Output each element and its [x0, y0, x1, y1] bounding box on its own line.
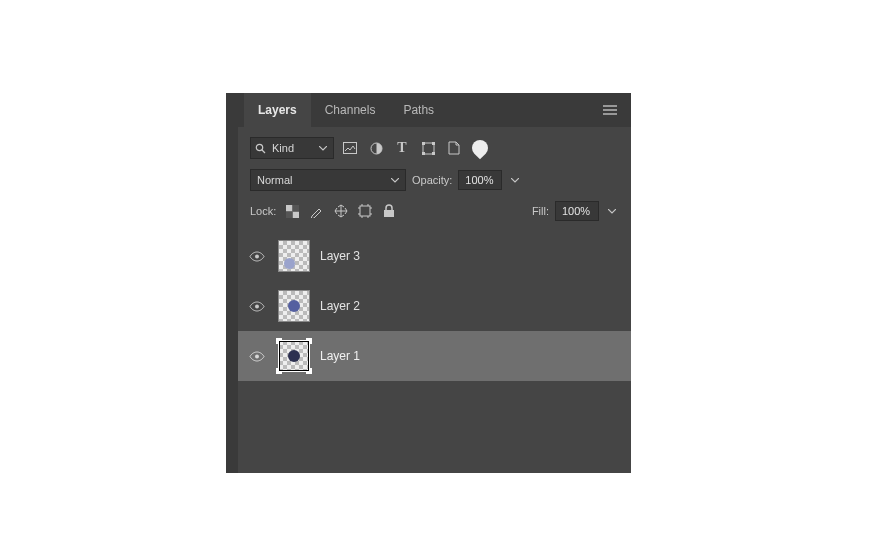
lock-position-icon[interactable]: [333, 204, 348, 219]
chevron-down-icon: [391, 178, 399, 183]
svg-rect-8: [432, 152, 435, 155]
blend-row: Normal Opacity: 100%: [238, 165, 631, 197]
opacity-label: Opacity:: [412, 174, 452, 186]
svg-rect-12: [286, 211, 293, 218]
fill-input[interactable]: 100%: [555, 201, 599, 221]
pixel-layer-filter-icon[interactable]: [342, 140, 358, 156]
filter-row: Kind T: [238, 127, 631, 165]
layer-name-label[interactable]: Layer 1: [320, 349, 360, 363]
svg-point-17: [255, 354, 259, 358]
layer-thumbnail[interactable]: [278, 290, 310, 322]
type-layer-filter-icon[interactable]: T: [394, 140, 410, 156]
lock-pixels-icon[interactable]: [309, 204, 324, 219]
svg-rect-13: [360, 206, 370, 216]
svg-rect-14: [384, 210, 394, 217]
filter-toggle-icon[interactable]: [472, 140, 488, 156]
kind-filter-label: Kind: [272, 142, 294, 154]
svg-point-0: [256, 144, 262, 150]
svg-line-1: [262, 150, 265, 153]
svg-rect-9: [286, 205, 293, 212]
fill-value: 100%: [562, 205, 590, 217]
svg-rect-10: [293, 211, 300, 218]
fill-stepper[interactable]: [605, 209, 619, 214]
svg-point-16: [255, 304, 259, 308]
shape-layer-filter-icon[interactable]: [420, 140, 436, 156]
panel-tabs: Layers Channels Paths: [238, 93, 631, 127]
layer-row[interactable]: Layer 2: [238, 281, 631, 331]
panel-menu-icon[interactable]: [595, 105, 625, 115]
layers-list: Layer 3 Layer 2 Layer 1: [238, 231, 631, 473]
visibility-toggle-icon[interactable]: [246, 345, 268, 367]
panel-body: Layers Channels Paths Kind: [238, 93, 631, 473]
layer-name-label[interactable]: Layer 3: [320, 249, 360, 263]
opacity-stepper[interactable]: [508, 178, 522, 183]
visibility-toggle-icon[interactable]: [246, 245, 268, 267]
filter-type-icons: T: [342, 140, 488, 156]
layer-row[interactable]: Layer 3: [238, 231, 631, 281]
visibility-toggle-icon[interactable]: [246, 295, 268, 317]
svg-point-15: [255, 254, 259, 258]
chevron-down-icon: [319, 146, 327, 151]
opacity-value: 100%: [465, 174, 493, 186]
tab-paths[interactable]: Paths: [389, 93, 448, 127]
layer-thumbnail[interactable]: [278, 240, 310, 272]
adjustment-layer-filter-icon[interactable]: [368, 140, 384, 156]
opacity-input[interactable]: 100%: [458, 170, 502, 190]
svg-rect-7: [422, 152, 425, 155]
panel-dock-strip: [226, 93, 238, 473]
layer-name-label[interactable]: Layer 2: [320, 299, 360, 313]
fill-label: Fill:: [532, 205, 549, 217]
lock-row: Lock: Fill: 100%: [238, 197, 631, 231]
tab-channels[interactable]: Channels: [311, 93, 390, 127]
lock-all-icon[interactable]: [381, 204, 396, 219]
layer-row[interactable]: Layer 1: [238, 331, 631, 381]
blend-mode-select[interactable]: Normal: [250, 169, 406, 191]
blend-mode-value: Normal: [257, 174, 292, 186]
svg-rect-11: [293, 205, 300, 212]
smart-object-filter-icon[interactable]: [446, 140, 462, 156]
lock-artboard-icon[interactable]: [357, 204, 372, 219]
kind-filter-select[interactable]: Kind: [250, 137, 334, 159]
lock-transparency-icon[interactable]: [285, 204, 300, 219]
layers-panel: Layers Channels Paths Kind: [226, 93, 631, 473]
lock-label: Lock:: [250, 205, 276, 217]
layer-thumbnail[interactable]: [278, 340, 310, 372]
search-icon: [255, 143, 266, 154]
svg-rect-5: [422, 142, 425, 145]
tab-layers[interactable]: Layers: [244, 93, 311, 127]
svg-rect-6: [432, 142, 435, 145]
